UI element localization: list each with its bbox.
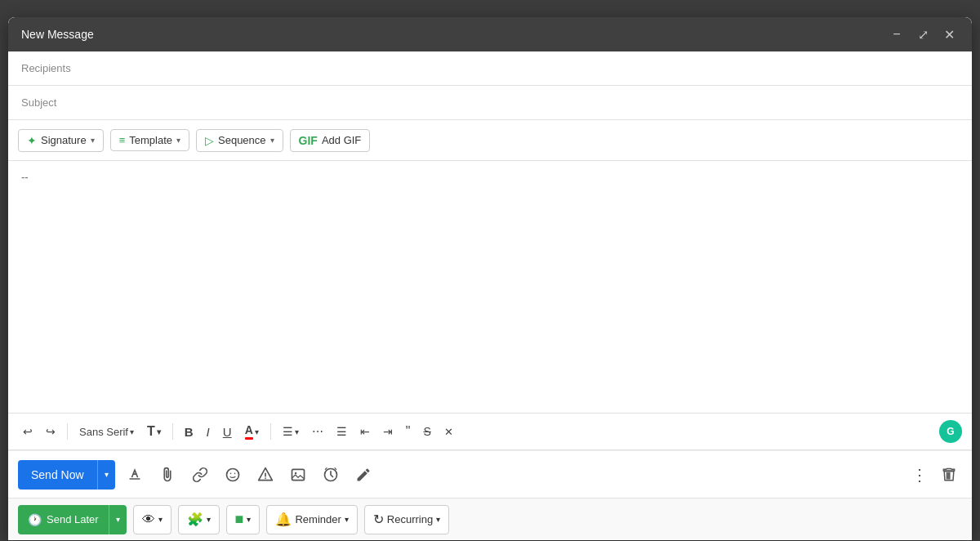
font-family-button[interactable]: Sans Serif ▾ [74,423,139,441]
indent-decrease-button[interactable]: ⇤ [355,422,375,441]
send-now-label: Send Now [18,460,98,490]
eye-dropdown-arrow: ▾ [158,515,163,524]
inline-font-color-button[interactable] [122,463,148,486]
signature-label: Signature [41,134,87,146]
send-later-main: 🕐 Send Later [18,505,109,534]
alert-icon [257,467,274,483]
blockquote-icon: " [406,424,411,439]
compose-toolbar-top: ✦ Signature ▾ ≡ Template ▾ ▷ Sequence ▾ … [8,120,972,161]
font-size-icon: T [147,424,155,439]
template-icon: ≡ [119,134,126,146]
image-button[interactable] [285,463,311,486]
close-icon: ✕ [944,27,955,42]
underline-button[interactable]: U [218,422,237,442]
label-dropdown-arrow: ▾ [247,515,251,524]
font-family-label: Sans Serif [79,426,128,438]
minimize-button[interactable]: − [887,25,906,44]
sequence-button[interactable]: ▷ Sequence ▾ [196,129,283,152]
separator-2 [172,423,173,440]
send-later-clock-icon: 🕐 [28,513,42,526]
subject-input[interactable] [78,96,959,109]
undo-button[interactable]: ↩ [18,422,38,441]
delete-button[interactable] [936,463,962,486]
emoji-button[interactable] [220,463,246,486]
sequence-icon: ▷ [205,134,214,147]
font-color-arrow: ▾ [255,427,259,436]
grammarly-icon-label: G [947,426,954,437]
bold-button[interactable]: B [180,422,198,442]
font-color-svg-icon [127,467,143,483]
recipients-input[interactable] [78,62,959,74]
recurring-dropdown-arrow: ▾ [436,515,440,524]
bullet-list-icon: ☰ [336,425,347,438]
sequence-label: Sequence [218,134,266,146]
template-button[interactable]: ≡ Template ▾ [110,129,189,151]
clear-format-icon: ✕ [444,426,453,438]
add-gif-label: Add GIF [322,134,361,146]
link-button[interactable] [187,463,213,486]
pencil-button[interactable] [350,463,376,486]
clear-format-button[interactable]: ✕ [439,423,458,441]
eye-button[interactable]: 👁 ▾ [133,505,172,534]
align-button[interactable]: ☰ ▾ [278,422,304,441]
numbered-list-button[interactable]: ⋯ [307,422,328,441]
sequence-dropdown-arrow: ▾ [270,136,274,145]
separator-3 [270,423,271,440]
expand-button[interactable]: ⤢ [913,25,933,44]
separator-1 [67,423,68,440]
svg-rect-6 [292,469,304,480]
numbered-list-icon: ⋯ [312,425,323,438]
send-later-dropdown-arrow[interactable]: ▾ [109,505,127,534]
reminder-icon: 🔔 [275,512,292,527]
attachment-button[interactable] [154,463,180,486]
font-size-arrow: ▾ [157,427,161,436]
puzzle-icon: 🧩 [187,512,203,527]
close-button[interactable]: ✕ [939,25,959,44]
add-gif-button[interactable]: GIF Add GIF [290,129,371,152]
send-now-dropdown-arrow[interactable]: ▾ [98,460,115,490]
pencil-icon [355,467,372,483]
indent-increase-button[interactable]: ⇥ [378,422,398,441]
emoji-icon [225,467,241,483]
font-color-icon: A [245,423,253,440]
puzzle-button[interactable]: 🧩 ▾ [178,505,220,534]
alert-button[interactable] [252,463,278,486]
redo-button[interactable]: ↪ [41,422,60,441]
recurring-button[interactable]: ↻ Recurring ▾ [364,505,449,534]
recipients-label: Recipients [21,62,78,74]
compose-title: New Message [21,28,94,41]
schedule-icon-button[interactable] [318,463,344,486]
svg-point-5 [265,477,266,479]
trash-icon [941,467,957,483]
compose-actions: Send Now ▾ [8,450,972,498]
send-later-button[interactable]: 🕐 Send Later ▾ [18,505,127,534]
label-button[interactable]: ■ ▾ [226,505,261,534]
signature-button[interactable]: ✦ Signature ▾ [18,129,104,152]
more-options-button[interactable]: ⋮ [906,462,933,488]
font-size-button[interactable]: T ▾ [142,421,166,442]
svg-point-1 [226,468,238,481]
minimize-icon: − [893,27,900,42]
formatting-toolbar: ↩ ↪ Sans Serif ▾ T ▾ B I U A [8,413,972,450]
grammarly-button[interactable]: G [939,420,962,443]
align-icon: ☰ [283,425,293,438]
bullet-list-button[interactable]: ☰ [332,422,352,441]
strikethrough-button[interactable]: S [418,422,435,441]
header-actions: − ⤢ ✕ [887,25,959,44]
send-now-button[interactable]: Send Now ▾ [18,460,115,490]
compose-body[interactable]: -- [8,161,972,413]
font-family-arrow: ▾ [130,427,134,436]
reminder-button[interactable]: 🔔 Reminder ▾ [266,505,357,534]
align-arrow: ▾ [295,427,299,436]
italic-button[interactable]: I [202,422,215,442]
font-color-button[interactable]: A ▾ [240,420,264,443]
indent-increase-icon: ⇥ [383,425,393,438]
compose-header: New Message − ⤢ ✕ [8,17,972,51]
gif-icon: GIF [299,134,318,147]
svg-point-7 [294,472,296,474]
compose-extra-bar: 🕐 Send Later ▾ 👁 ▾ 🧩 ▾ ■ ▾ 🔔 Reminder ▾ [8,498,972,540]
template-dropdown-arrow: ▾ [176,136,180,145]
expand-icon: ⤢ [918,27,929,42]
blockquote-button[interactable]: " [401,421,416,442]
template-label: Template [129,134,172,146]
